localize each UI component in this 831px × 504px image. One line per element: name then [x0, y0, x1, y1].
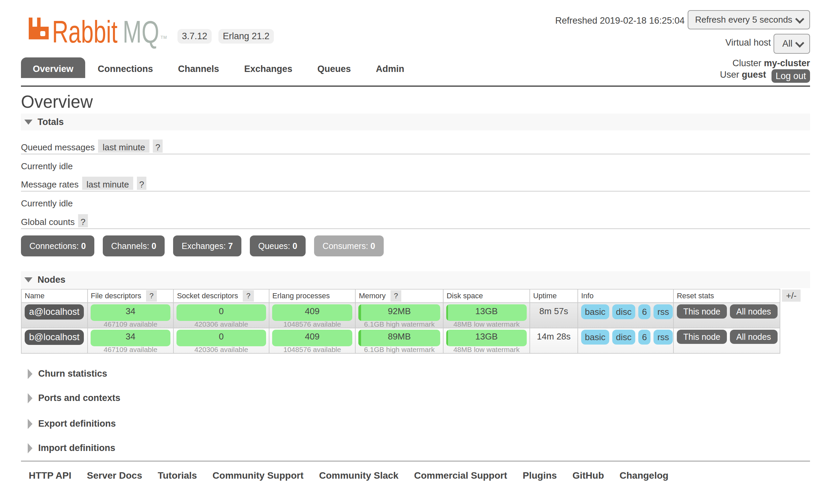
svg-text:Rabbit: Rabbit [52, 15, 118, 49]
svg-text:MQ: MQ [123, 15, 159, 49]
svg-text:TM: TM [161, 35, 167, 40]
